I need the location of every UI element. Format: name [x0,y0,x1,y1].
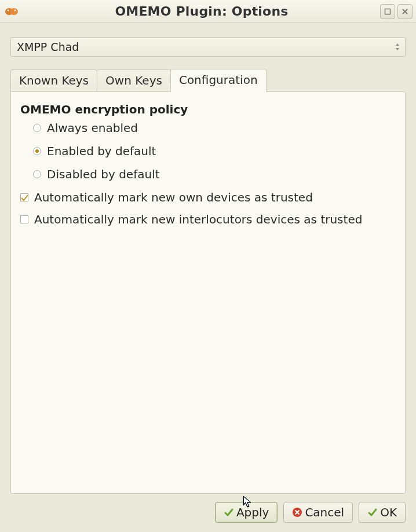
check-icon [367,507,378,518]
account-select-value: XMPP Chad [17,41,79,53]
checkbox-icon [20,215,28,223]
radio-icon [33,170,41,178]
apply-button[interactable]: Apply [215,502,278,523]
svg-point-1 [10,8,18,15]
radio-label: Always enabled [47,121,138,135]
policy-radio-group: Always enabled Enabled by default Disabl… [33,121,396,181]
tab-own-keys[interactable]: Own Keys [97,69,171,92]
checkbox-label: Automatically mark new own devices as tr… [34,190,313,204]
radio-enabled-by-default[interactable]: Enabled by default [33,144,396,158]
radio-always-enabled[interactable]: Always enabled [33,121,396,135]
app-icon [3,6,20,17]
tab-configuration[interactable]: Configuration [170,69,267,92]
radio-icon [33,124,41,132]
radio-disabled-by-default[interactable]: Disabled by default [33,167,396,181]
radio-label: Enabled by default [47,144,156,158]
titlebar: OMEMO Plugin: Options [0,0,416,23]
tab-known-keys[interactable]: Known Keys [10,69,97,92]
close-circle-icon [292,507,302,518]
account-select[interactable]: XMPP Chad [10,37,406,57]
svg-point-2 [8,9,9,11]
checkbox-icon [20,193,28,201]
checkbox-trust-interlocutor-devices[interactable]: Automatically mark new interlocutors dev… [20,212,396,226]
dropdown-handle-icon [396,43,400,50]
maximize-button[interactable] [380,4,395,19]
window-title: OMEMO Plugin: Options [23,4,380,19]
checkbox-trust-own-devices[interactable]: Automatically mark new own devices as tr… [20,190,396,204]
configuration-panel: OMEMO encryption policy Always enabled E… [10,91,406,494]
tab-bar: Known Keys Own Keys Configuration [10,68,406,91]
checkbox-label: Automatically mark new interlocutors dev… [34,212,362,226]
radio-icon [33,147,41,155]
ok-button[interactable]: OK [359,502,406,523]
cancel-button[interactable]: Cancel [283,502,353,523]
policy-section-title: OMEMO encryption policy [20,102,396,116]
check-icon [224,507,234,518]
button-label: Apply [236,505,269,519]
button-label: OK [380,505,397,519]
svg-point-3 [14,9,16,11]
radio-label: Disabled by default [47,167,160,181]
dialog-button-bar: Apply Cancel OK [10,502,406,523]
close-button[interactable] [397,4,413,19]
button-label: Cancel [305,505,344,519]
svg-rect-4 [385,9,391,14]
